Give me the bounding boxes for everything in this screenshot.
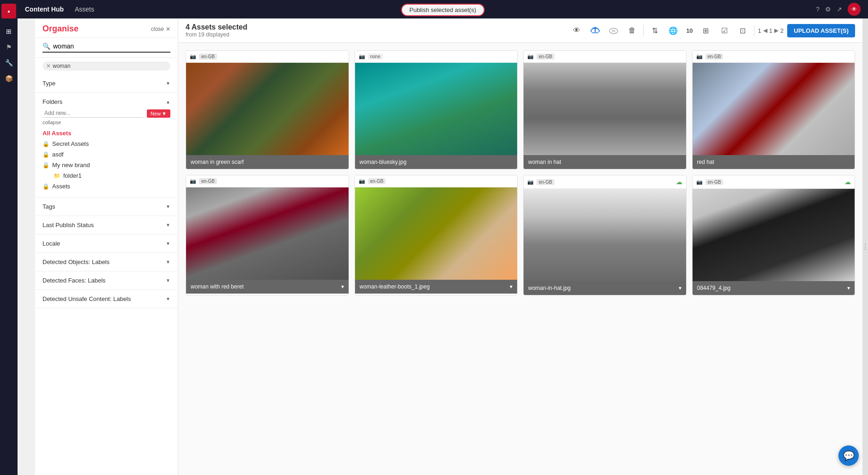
toolbar-divider-2 <box>754 25 754 36</box>
nav-icon-grid[interactable]: ⊞ <box>2 25 15 38</box>
locale-toggle[interactable]: Locale ▼ <box>42 240 170 247</box>
publish-up-button[interactable] <box>588 23 603 38</box>
type-chevron-icon: ▼ <box>166 81 170 86</box>
filter-section-objects: Detected Objects: Labels ▼ <box>35 253 178 271</box>
asset-image-5 <box>186 187 349 280</box>
folders-section-toggle[interactable]: Folders ▲ <box>42 98 170 105</box>
locale-badge-3: en-GB <box>536 54 555 60</box>
asset-card-6[interactable]: 📷 en-GB woman-leather-boots_1.jpeg ▾ <box>355 175 518 295</box>
cloud-upload-icon-8: ☁ <box>844 178 851 186</box>
filter-tag-x-icon[interactable]: ✕ <box>46 63 51 69</box>
page-prev-button[interactable]: ◀ <box>763 27 767 34</box>
right-panel-handle[interactable] <box>862 18 868 475</box>
asset-footer-2: woman-bluesky.jpg <box>355 155 518 169</box>
select-all-button[interactable]: ☑ <box>717 23 732 38</box>
unpublish-button[interactable] <box>606 23 621 38</box>
folder-item-mybrand[interactable]: 🔒 My new brand <box>42 160 170 170</box>
asset-card-3[interactable]: 📷 en-GB woman in hat <box>523 50 687 169</box>
asset-card-5[interactable]: 📷 en-GB woman with red beret ▾ <box>186 175 349 295</box>
page-next-button[interactable]: ▶ <box>774 27 778 34</box>
last-publish-toggle[interactable]: Last Publish Status ▼ <box>42 222 170 228</box>
sidebar-header: Organise close ✕ <box>35 18 178 38</box>
nav-icon-flag[interactable]: ⚑ <box>2 41 15 54</box>
locale-badge-1: en-GB <box>199 54 217 60</box>
items-per-page[interactable]: 10 <box>684 23 694 38</box>
nav-icon-box[interactable]: 📦 <box>2 72 15 85</box>
faces-toggle[interactable]: Detected Faces: Labels ▼ <box>42 277 170 284</box>
asset-name-7: woman-in-hat.jpg <box>528 285 676 291</box>
folder-item-secret-assets[interactable]: 🔒 Secret Assets <box>42 138 170 149</box>
asset-card-4[interactable]: 📷 en-GB red hat <box>692 50 856 169</box>
asset-card-8[interactable]: 📷 en-GB ☁ 084479_4.jpg ▾ <box>692 175 856 295</box>
toolbar-divider-1 <box>643 25 644 36</box>
asset-card-2[interactable]: 📷 none woman-bluesky.jpg <box>355 50 518 169</box>
camera-icon-5: 📷 <box>190 178 196 184</box>
folder-folder1-label: folder1 <box>63 172 82 179</box>
help-icon[interactable]: ? <box>816 6 820 13</box>
asset-name-8: 084479_4.jpg <box>697 285 845 291</box>
content-area: 4 Assets selected from 19 displayed 👁 <box>178 18 862 475</box>
camera-icon-6: 📷 <box>359 178 365 184</box>
locale-title: Locale <box>42 240 60 247</box>
asset-name-2: woman-bluesky.jpg <box>360 159 513 165</box>
folder-icon-folder1: 📁 <box>54 173 60 179</box>
publish-banner[interactable]: Publish selected asset(s) <box>401 4 485 16</box>
folder-item-all-assets[interactable]: All Assets <box>42 128 170 138</box>
lock-icon-assets: 🔒 <box>42 183 49 190</box>
folder-item-folder1[interactable]: 📁 folder1 <box>42 170 170 181</box>
user-avatar[interactable]: 👁 <box>848 3 861 16</box>
unsafe-toggle[interactable]: Detected Unsafe Content: Labels ▼ <box>42 295 170 302</box>
asset-card-1[interactable]: 📷 en-GB woman in green scarf <box>186 50 349 169</box>
external-link-icon[interactable]: ↗ <box>837 6 842 13</box>
add-folder-input[interactable] <box>42 109 143 118</box>
cloud-upload-icon-7: ☁ <box>676 178 682 186</box>
last-publish-chevron-icon: ▼ <box>166 222 170 228</box>
camera-icon-8: 📷 <box>696 179 703 185</box>
locale-button[interactable]: 🌐 <box>666 23 681 38</box>
locale-badge-4: en-GB <box>705 54 723 60</box>
objects-toggle[interactable]: Detected Objects: Labels ▼ <box>42 259 170 265</box>
sort-button[interactable]: ⇅ <box>647 23 662 38</box>
asset-footer-4: red hat <box>693 155 855 169</box>
objects-title: Detected Objects: Labels <box>42 259 109 265</box>
camera-icon-3: 📷 <box>527 54 534 60</box>
chat-bubble-button[interactable]: 💬 <box>838 445 859 466</box>
asset-card-7[interactable]: 📷 en-GB ☁ woman-in-hat.jpg ▾ <box>523 175 687 295</box>
page-current: 1 <box>758 27 761 34</box>
close-icon: ✕ <box>166 26 170 32</box>
nav-icon-tools[interactable]: 🔧 <box>2 56 15 69</box>
tags-section-toggle[interactable]: Tags ▼ <box>42 203 170 210</box>
close-sidebar-button[interactable]: close ✕ <box>151 26 170 32</box>
asset-card-header-4: 📷 en-GB <box>693 51 855 63</box>
locale-chevron-icon: ▼ <box>166 241 170 246</box>
collapse-link[interactable]: collapse <box>42 120 170 125</box>
folder-item-asdf[interactable]: 🔒 asdf <box>42 149 170 160</box>
new-folder-button[interactable]: New ▼ <box>147 109 170 118</box>
asset-chevron-5[interactable]: ▾ <box>341 283 344 290</box>
filter-section-faces: Detected Faces: Labels ▼ <box>35 271 178 290</box>
filter-section-locale: Locale ▼ <box>35 234 178 253</box>
preview-button[interactable]: 👁 <box>569 23 584 38</box>
asset-chevron-6[interactable]: ▾ <box>510 283 512 290</box>
asset-chevron-8[interactable]: ▾ <box>847 285 850 291</box>
filter-section-unsafe: Detected Unsafe Content: Labels ▼ <box>35 290 178 308</box>
asset-card-header-5: 📷 en-GB <box>186 175 349 187</box>
top-bar: Content Hub Assets Publish selected asse… <box>18 0 868 18</box>
folder-secret-label: Secret Assets <box>52 140 89 147</box>
upload-assets-button[interactable]: UPLOAD ASSET(S) <box>787 24 855 37</box>
asset-chevron-7[interactable]: ▾ <box>679 285 681 291</box>
unsafe-chevron-icon: ▼ <box>166 296 170 301</box>
type-section-toggle[interactable]: Type ▼ <box>42 80 170 87</box>
detail-view-button[interactable]: ⊡ <box>735 23 750 38</box>
delete-button[interactable]: 🗑 <box>625 23 639 38</box>
search-input[interactable] <box>53 42 170 50</box>
grid-view-button[interactable]: ⊞ <box>699 23 713 38</box>
settings-icon[interactable]: ⚙ <box>825 6 831 13</box>
filter-tag-woman[interactable]: ✕ woman <box>42 61 170 71</box>
asset-grid: 📷 en-GB woman in green scarf 📷 none <box>178 43 862 475</box>
toolbar-actions: 👁 🗑 <box>569 23 855 38</box>
faces-chevron-icon: ▼ <box>166 278 170 283</box>
asset-image-1 <box>186 63 349 155</box>
folder-item-assets[interactable]: 🔒 Assets <box>42 181 170 192</box>
content-toolbar: 4 Assets selected from 19 displayed 👁 <box>178 18 862 43</box>
